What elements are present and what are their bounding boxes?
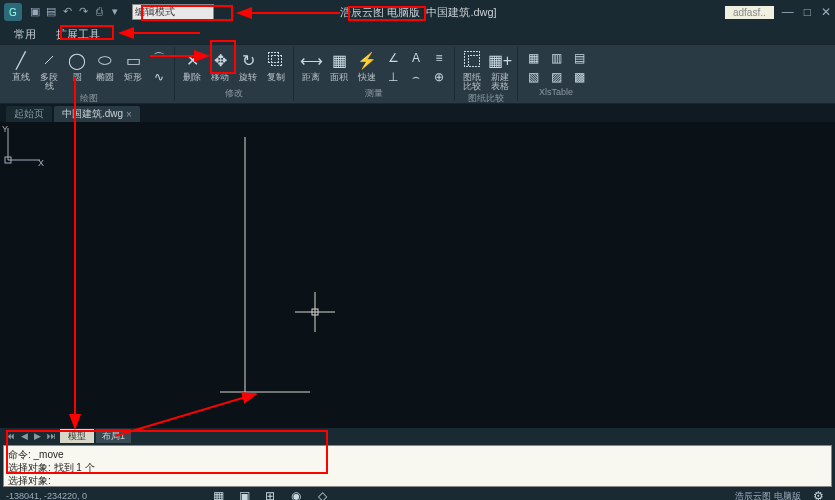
- tab-nav-prev[interactable]: ◀: [19, 431, 30, 441]
- ellipse-icon: ⬭: [94, 49, 116, 71]
- qat-print-icon[interactable]: ⎙: [92, 5, 106, 19]
- tool-move[interactable]: ✥移动: [207, 47, 233, 86]
- qat-undo-icon[interactable]: ↶: [60, 5, 74, 19]
- tool-line[interactable]: ╱直线: [8, 47, 34, 91]
- ribbon-group-xlstable: ▦ ▥ ▤ ▧ ▨ ▩ XlsTable: [518, 47, 594, 101]
- rotate-icon: ↻: [237, 49, 259, 71]
- title-center: 浩辰云图 电脑版 中国建筑.dwg]: [338, 5, 496, 20]
- xls-icon-2[interactable]: ▥: [545, 49, 567, 67]
- status-snap-icon[interactable]: ▦: [207, 487, 229, 500]
- qat-save-icon[interactable]: ▤: [44, 5, 58, 19]
- product-name: 浩辰云图 电脑版: [338, 5, 422, 20]
- command-line[interactable]: 命令: _move 选择对象: 找到 1 个 选择对象: 指定基点或 [位移(D…: [3, 445, 832, 487]
- tab-start-page[interactable]: 起始页: [6, 106, 52, 122]
- group-label-xlstable: XlsTable: [522, 86, 590, 98]
- tool-distance[interactable]: ⟷距离: [298, 47, 324, 86]
- titlebar: G ▣ ▤ ↶ ↷ ⎙ ▾ 编辑模式 浩辰云图 电脑版 中国建筑.dwg] ad…: [0, 0, 835, 24]
- layout-tab-1[interactable]: 布局1: [96, 429, 131, 443]
- search-input[interactable]: 编辑模式: [132, 4, 214, 20]
- menu-extension-tools[interactable]: 扩展工具: [50, 27, 106, 42]
- ucs-icon: Y X: [0, 122, 46, 168]
- move-icon: ✥: [209, 49, 231, 71]
- group-label-measure: 测量: [298, 86, 450, 101]
- tool-rectangle[interactable]: ▭矩形: [120, 47, 146, 91]
- document-tabs: 起始页 中国建筑.dwg ×: [0, 104, 835, 122]
- tab-nav-first[interactable]: ⏮: [4, 431, 17, 441]
- delete-icon: ✕: [181, 49, 203, 71]
- area-icon: ▦: [328, 49, 350, 71]
- xls-icon-4[interactable]: ▧: [522, 68, 544, 86]
- ribbon-group-measure: ⟷距离 ▦面积 ⚡快速 ∠ A ≡ ⊥ ⌢ ⊕ 测量: [294, 47, 455, 101]
- tool-copy[interactable]: ⿻复制: [263, 47, 289, 86]
- status-ortho-icon[interactable]: ⊞: [259, 487, 281, 500]
- table-icon: ▦+: [489, 49, 511, 71]
- dim-icon[interactable]: ⊥: [382, 68, 404, 86]
- line-icon: ╱: [10, 49, 32, 71]
- angle-icon[interactable]: ∠: [382, 49, 404, 67]
- status-brand: 浩辰云图 电脑版: [735, 490, 801, 501]
- document-filename: 中国建筑.dwg]: [426, 5, 496, 20]
- tool-circle[interactable]: ◯圆: [64, 47, 90, 91]
- cmd-line-1: 命令: _move: [8, 449, 64, 460]
- cmd-line-3: 选择对象:: [8, 475, 51, 486]
- group-label-draw: 绘图: [8, 91, 170, 106]
- xls-icon-3[interactable]: ▤: [568, 49, 590, 67]
- polyline-icon: ⟋: [38, 49, 60, 71]
- qat-redo-icon[interactable]: ↷: [76, 5, 90, 19]
- close-button[interactable]: ✕: [821, 5, 831, 19]
- draw-small-tools: ⌒ ∿: [148, 47, 170, 91]
- cmd-line-2: 选择对象: 找到 1 个: [8, 462, 95, 473]
- tool-new-table[interactable]: ▦+新建表格: [487, 47, 513, 91]
- menu-common[interactable]: 常用: [8, 27, 42, 42]
- tool-rotate[interactable]: ↻旋转: [235, 47, 261, 86]
- spline-icon[interactable]: ∿: [148, 68, 170, 86]
- rectangle-icon: ▭: [122, 49, 144, 71]
- user-badge[interactable]: adfasf..: [725, 6, 774, 19]
- tool-area[interactable]: ▦面积: [326, 47, 352, 86]
- group-label-compare: 图纸比较: [459, 91, 513, 106]
- quick-icon: ⚡: [356, 49, 378, 71]
- arc-icon[interactable]: ⌒: [148, 49, 170, 67]
- xls-icon-6[interactable]: ▩: [568, 68, 590, 86]
- app-icon: G: [4, 3, 22, 21]
- tool-delete[interactable]: ✕删除: [179, 47, 205, 86]
- menubar: 常用 扩展工具: [0, 24, 835, 44]
- statusbar: -138041, -234220, 0 ▦ ▣ ⊞ ◉ ◇ 浩辰云图 电脑版 ⚙: [0, 488, 835, 500]
- status-grid-icon[interactable]: ▣: [233, 487, 255, 500]
- compare-icon: ⿸: [461, 49, 483, 71]
- status-osnap-icon[interactable]: ◇: [311, 487, 333, 500]
- status-settings-icon[interactable]: ⚙: [807, 487, 829, 500]
- xls-icon-5[interactable]: ▨: [545, 68, 567, 86]
- tool-compare[interactable]: ⿸图纸比较: [459, 47, 485, 91]
- tab-nav-last[interactable]: ⏭: [45, 431, 58, 441]
- drawing-canvas[interactable]: Y X: [0, 122, 835, 428]
- xls-icon-1[interactable]: ▦: [522, 49, 544, 67]
- tab-close-icon[interactable]: ×: [126, 109, 132, 120]
- status-polar-icon[interactable]: ◉: [285, 487, 307, 500]
- qat-more-icon[interactable]: ▾: [108, 5, 122, 19]
- qat-open-icon[interactable]: ▣: [28, 5, 42, 19]
- group-label-modify: 修改: [179, 86, 289, 101]
- coord-icon[interactable]: ⊕: [428, 68, 450, 86]
- ribbon-group-draw: ╱直线 ⟋多段线 ◯圆 ⬭椭圆 ▭矩形 ⌒ ∿ 绘图: [4, 47, 175, 101]
- quick-access-toolbar: ▣ ▤ ↶ ↷ ⎙ ▾: [28, 5, 122, 19]
- measure-small-tools: ∠ A ≡ ⊥ ⌢ ⊕: [382, 47, 450, 86]
- id-icon[interactable]: A: [405, 49, 427, 67]
- tab-nav-next[interactable]: ▶: [32, 431, 43, 441]
- model-tab[interactable]: 模型: [60, 429, 94, 443]
- ribbon: ╱直线 ⟋多段线 ◯圆 ⬭椭圆 ▭矩形 ⌒ ∿ 绘图 ✕删除 ✥移动 ↻旋转 ⿻…: [0, 44, 835, 104]
- ribbon-group-modify: ✕删除 ✥移动 ↻旋转 ⿻复制 修改: [175, 47, 294, 101]
- arc-len-icon[interactable]: ⌢: [405, 68, 427, 86]
- model-layout-tabs: ⏮ ◀ ▶ ⏭ 模型 布局1: [0, 428, 835, 444]
- list-icon[interactable]: ≡: [428, 49, 450, 67]
- tool-polyline[interactable]: ⟋多段线: [36, 47, 62, 91]
- tool-ellipse[interactable]: ⬭椭圆: [92, 47, 118, 91]
- circle-icon: ◯: [66, 49, 88, 71]
- copy-icon: ⿻: [265, 49, 287, 71]
- maximize-button[interactable]: □: [804, 5, 811, 19]
- distance-icon: ⟷: [300, 49, 322, 71]
- tool-quick[interactable]: ⚡快速: [354, 47, 380, 86]
- minimize-button[interactable]: —: [782, 5, 794, 19]
- tab-active-drawing[interactable]: 中国建筑.dwg ×: [54, 106, 140, 122]
- ribbon-group-compare: ⿸图纸比较 ▦+新建表格 图纸比较: [455, 47, 518, 101]
